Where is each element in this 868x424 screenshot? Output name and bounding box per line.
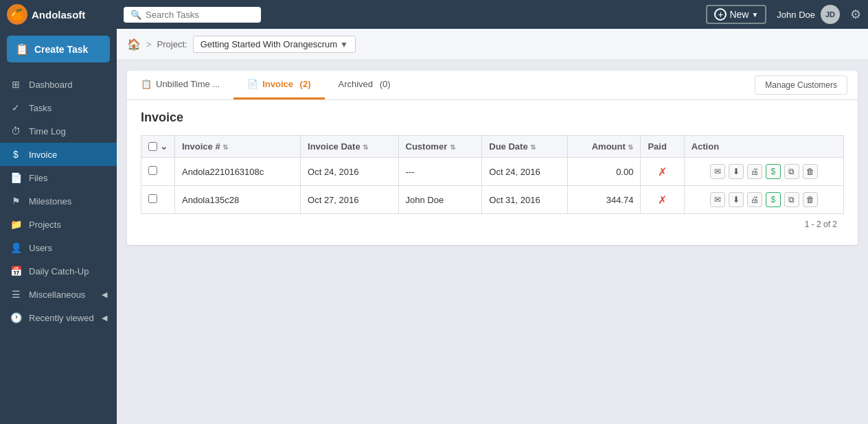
sidebar-item-dashboard[interactable]: ⊞ Dashboard — [0, 73, 117, 96]
invoice-num-cell: Andola2210163108c — [175, 158, 301, 186]
tab-unbilled[interactable]: 📋 Unbilled Time ... — [127, 71, 233, 99]
breadcrumb-separator: > — [146, 39, 152, 49]
copy-icon[interactable]: ⧉ — [784, 192, 799, 207]
sidebar-item-timelog[interactable]: ⏱ Time Log — [0, 119, 117, 143]
invoice-table: ⌄ Invoice # ⇅ Invoice Date ⇅ — [141, 135, 844, 214]
chevron-left-icon: ◀ — [102, 290, 107, 299]
sidebar-item-label: Files — [29, 173, 47, 183]
col-header-invoicedate[interactable]: Invoice Date ⇅ — [301, 136, 398, 158]
due-date-cell: Oct 24, 2016 — [482, 158, 568, 186]
col-header-action: Action — [684, 136, 843, 158]
app-name: Andolasoft — [32, 9, 85, 21]
row-checkbox-cell[interactable] — [141, 186, 175, 214]
invoice-title: Invoice — [141, 110, 844, 125]
sidebar-item-milestones[interactable]: ⚑ Milestones — [0, 189, 117, 213]
amount-cell: 0.00 — [567, 158, 641, 186]
sort-icon: ⌄ — [160, 141, 168, 152]
search-box[interactable]: 🔍 — [124, 7, 261, 23]
sidebar-item-label: Projects — [29, 220, 61, 230]
chevron-left-icon: ◀ — [102, 314, 107, 322]
sidebar-item-label: Daily Catch-Up — [29, 266, 89, 276]
sidebar-item-label: Dashboard — [29, 80, 73, 90]
tab-archived[interactable]: Archived (0) — [325, 71, 404, 99]
col-header-customer[interactable]: Customer ⇅ — [398, 136, 482, 158]
tab-spacer — [404, 71, 745, 99]
tab-unbilled-label: Unbilled Time ... — [156, 79, 220, 89]
sidebar-item-label: Time Log — [29, 126, 66, 137]
invoice-date-cell: Oct 27, 2016 — [301, 186, 398, 214]
customer-cell: --- — [398, 158, 482, 186]
email-icon[interactable]: ✉ — [710, 192, 725, 207]
delete-icon[interactable]: 🗑 — [803, 192, 818, 207]
user-area: John Doe JD — [777, 5, 840, 24]
action-cell: ✉ ⬇ 🖨 $ ⧉ 🗑 — [684, 158, 843, 186]
sort-invoicenum-icon: ⇅ — [222, 143, 228, 151]
paid-cross-icon[interactable]: ✗ — [648, 165, 676, 178]
sidebar-item-invoice[interactable]: $ Invoice — [0, 143, 117, 166]
tasks-icon: ✓ — [10, 102, 22, 113]
gear-icon[interactable]: ⚙ — [850, 7, 861, 22]
col-header-invoicenum[interactable]: Invoice # ⇅ — [175, 136, 301, 158]
chevron-down-icon: ▼ — [751, 11, 758, 19]
col-header-amount[interactable]: Amount ⇅ — [567, 136, 641, 158]
plus-circle-icon: + — [714, 8, 727, 21]
sidebar-item-recentlyviewed[interactable]: 🕐 Recently viewed ◀ — [0, 306, 117, 329]
col-header-duedate[interactable]: Due Date ⇅ — [482, 136, 568, 158]
search-icon: 🔍 — [130, 10, 141, 20]
sidebar-item-files[interactable]: 📄 Files — [0, 166, 117, 189]
row-checkbox[interactable] — [148, 194, 157, 203]
nav-right: + New ▼ John Doe JD ⚙ — [706, 5, 861, 24]
main-layout: 📋 Create Task ⊞ Dashboard ✓ Tasks ⏱ Time… — [0, 29, 868, 424]
print-icon[interactable]: 🖨 — [747, 164, 762, 179]
select-all-header[interactable]: ⌄ — [141, 136, 175, 158]
recentlyviewed-icon: 🕐 — [10, 312, 22, 323]
search-input[interactable] — [146, 10, 254, 20]
milestones-icon: ⚑ — [10, 196, 22, 207]
sidebar-item-label: Recently viewed — [29, 313, 94, 323]
new-button[interactable]: + New ▼ — [706, 5, 766, 24]
email-icon[interactable]: ✉ — [710, 164, 725, 179]
sort-duedate-icon: ⇅ — [530, 143, 536, 151]
copy-icon[interactable]: ⧉ — [784, 164, 799, 179]
tab-invoice-label: Invoice — [262, 79, 293, 89]
paid-cell: ✗ — [641, 186, 684, 214]
sidebar-item-miscellaneous[interactable]: ☰ Miscellaneous ◀ — [0, 283, 117, 306]
payment-icon[interactable]: $ — [766, 164, 781, 179]
row-checkbox-cell[interactable] — [141, 158, 175, 186]
project-selector[interactable]: Getting Started With Orangescrum ▼ — [193, 36, 356, 53]
create-task-button[interactable]: 📋 Create Task — [7, 36, 110, 62]
sidebar-item-label: Milestones — [29, 196, 71, 207]
print-icon[interactable]: 🖨 — [747, 192, 762, 207]
home-icon[interactable]: 🏠 — [127, 38, 141, 51]
project-label: Project: — [157, 39, 187, 49]
top-nav: 🍊 Andolasoft 🔍 + New ▼ John Doe JD ⚙ — [0, 0, 868, 29]
tab-invoice[interactable]: 📄 Invoice (2) — [233, 71, 324, 99]
breadcrumb: 🏠 > Project: Getting Started With Orange… — [117, 29, 868, 60]
sidebar-item-dailycatchup[interactable]: 📅 Daily Catch-Up — [0, 259, 117, 283]
invoice-date-cell: Oct 24, 2016 — [301, 158, 398, 186]
sort-customer-icon: ⇅ — [450, 143, 455, 151]
tabs-card: 📋 Unbilled Time ... 📄 Invoice (2) Archiv… — [127, 71, 858, 245]
invoice-body: Invoice ⌄ In — [127, 100, 858, 245]
user-name: John Doe — [777, 10, 815, 20]
sidebar-item-users[interactable]: 👤 Users — [0, 236, 117, 259]
sort-invoicedate-icon: ⇅ — [363, 143, 368, 151]
files-icon: 📄 — [10, 172, 22, 183]
table-row: Andola2210163108c Oct 24, 2016 --- Oct 2… — [141, 158, 844, 186]
delete-icon[interactable]: 🗑 — [803, 164, 818, 179]
invoice-icon: $ — [10, 149, 22, 160]
logo-icon: 🍊 — [7, 4, 27, 25]
create-task-label: Create Task — [34, 44, 88, 55]
sidebar-item-projects[interactable]: 📁 Projects — [0, 213, 117, 236]
paid-cross-icon[interactable]: ✗ — [648, 193, 676, 207]
manage-customers-button[interactable]: Manage Customers — [755, 75, 847, 95]
select-all-checkbox[interactable] — [148, 142, 157, 151]
sidebar-item-tasks[interactable]: ✓ Tasks — [0, 96, 117, 119]
download-icon[interactable]: ⬇ — [729, 164, 744, 179]
dailycatchup-icon: 📅 — [10, 266, 22, 276]
download-icon[interactable]: ⬇ — [729, 192, 744, 207]
chevron-down-icon: ▼ — [340, 40, 348, 49]
payment-icon[interactable]: $ — [766, 192, 781, 207]
row-checkbox[interactable] — [148, 166, 157, 175]
sort-amount-icon: ⇅ — [628, 143, 633, 151]
